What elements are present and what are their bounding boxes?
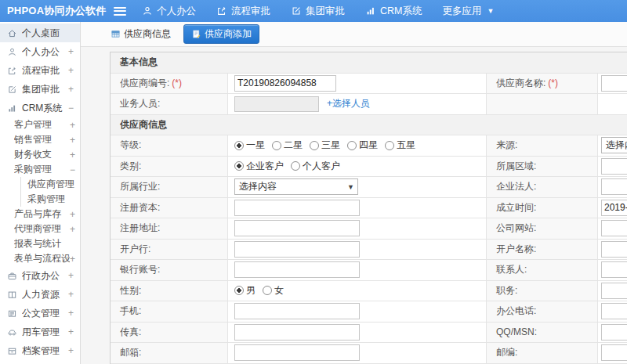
sidebar-item-label: 供应商管理 xyxy=(27,178,75,191)
expand-toggle[interactable]: + xyxy=(70,254,75,265)
bank-input[interactable] xyxy=(234,241,360,258)
gender-option[interactable]: 女 xyxy=(263,284,284,297)
gender-radio-group: 男 女 xyxy=(228,281,487,301)
region-input[interactable] xyxy=(601,158,627,175)
sidebar-item-admin-office[interactable]: 行政办公 + xyxy=(0,266,80,285)
expand-toggle[interactable]: − xyxy=(68,103,74,114)
mobile-input[interactable] xyxy=(234,303,360,319)
position-input[interactable] xyxy=(601,283,627,299)
established-input[interactable] xyxy=(601,200,627,216)
sidebar-item-sales-mgmt[interactable]: 销售管理 + xyxy=(0,132,80,147)
expand-toggle[interactable]: − xyxy=(70,164,75,175)
gender-radio[interactable] xyxy=(263,286,272,295)
bank-account-input[interactable] xyxy=(234,261,360,278)
expand-toggle[interactable]: + xyxy=(68,46,74,57)
form-row-email-zip: 邮箱: 邮编: xyxy=(111,342,627,363)
category-radio[interactable] xyxy=(291,161,300,171)
nav-item-group-approval[interactable]: 集团审批 xyxy=(291,5,345,18)
field-label: 邮箱: xyxy=(111,343,228,363)
capital-input[interactable] xyxy=(234,200,360,216)
nav-item-crm[interactable]: CRM系统 xyxy=(365,5,422,18)
level-option[interactable]: 二星 xyxy=(272,139,303,152)
nav-item-personal-office[interactable]: 个人办公 xyxy=(142,5,196,18)
fax-input[interactable] xyxy=(234,324,360,341)
website-input[interactable] xyxy=(601,220,627,236)
level-option[interactable]: 四星 xyxy=(347,139,378,152)
sidebar-item-reports[interactable]: 报表与统计 xyxy=(0,236,80,251)
sidebar-item-workflow-approval[interactable]: 流程审批 + xyxy=(0,61,80,80)
sidebar-item-label: 用车管理 xyxy=(22,326,68,339)
sidebar-item-archives[interactable]: 档案管理 + xyxy=(0,341,80,360)
office-phone-input[interactable] xyxy=(601,303,627,319)
email-input[interactable] xyxy=(234,344,360,361)
sidebar-item-label: 代理商管理 xyxy=(14,222,70,236)
sidebar-item-personal-desktop[interactable]: 个人桌面 xyxy=(0,23,80,42)
expand-toggle[interactable]: + xyxy=(68,345,74,356)
account-name-input[interactable] xyxy=(601,241,627,258)
sidebar-item-customer-mgmt[interactable]: 客户管理 + xyxy=(0,117,80,132)
expand-toggle[interactable]: + xyxy=(70,135,75,146)
expand-toggle[interactable]: + xyxy=(68,289,74,300)
legal-person-input[interactable] xyxy=(601,178,627,195)
level-option[interactable]: 五星 xyxy=(385,139,415,152)
level-option[interactable]: 一星 xyxy=(234,139,265,152)
level-radio[interactable] xyxy=(385,141,394,150)
sidebar-item-personal-office[interactable]: 个人办公 + xyxy=(0,42,80,61)
contact-input[interactable] xyxy=(601,261,627,278)
sidebar-item-purchasing[interactable]: 采购管理 xyxy=(21,192,80,207)
supplier-name-input[interactable] xyxy=(601,75,627,92)
sidebar-item-label: 个人桌面 xyxy=(22,27,74,40)
reg-address-input[interactable] xyxy=(234,220,360,236)
tab-supplier-info[interactable]: 供应商信息 xyxy=(104,25,177,43)
nav-item-more-apps[interactable]: 更多应用 ▼ xyxy=(442,5,494,18)
level-radio[interactable] xyxy=(234,141,244,150)
choose-staff-link[interactable]: +选择人员 xyxy=(327,97,370,110)
category-option[interactable]: 个人客户 xyxy=(291,160,340,173)
nav-item-workflow-approval[interactable]: 流程审批 xyxy=(216,5,270,18)
source-select[interactable]: 选择内容▼ xyxy=(601,137,627,153)
sidebar-item-label: 人力资源 xyxy=(22,288,68,301)
level-radio[interactable] xyxy=(272,141,281,150)
expand-toggle[interactable]: + xyxy=(68,65,74,76)
industry-select[interactable]: 选择内容▼ xyxy=(234,178,358,195)
supplier-no-input[interactable] xyxy=(234,75,336,92)
field-label: 传真: xyxy=(111,323,228,343)
expand-toggle[interactable]: + xyxy=(70,209,75,220)
zip-input[interactable] xyxy=(601,344,627,361)
sidebar-item-crm[interactable]: CRM系统 − xyxy=(0,99,80,117)
briefcase-icon xyxy=(7,271,17,281)
expand-toggle[interactable]: + xyxy=(70,224,75,235)
tab-label: 供应商信息 xyxy=(124,27,171,41)
qq-msn-input[interactable] xyxy=(601,324,627,341)
level-radio[interactable] xyxy=(347,141,357,150)
sidebar-item-form-flow-settings[interactable]: 表单与流程设置 + xyxy=(0,251,80,266)
expand-toggle[interactable]: + xyxy=(70,120,75,131)
sidebar-item-agent-mgmt[interactable]: 代理商管理 + xyxy=(0,222,80,236)
nav-item-label: 更多应用 xyxy=(442,5,481,18)
flow-icon xyxy=(7,66,17,76)
sidebar-item-finance[interactable]: 财务收支 + xyxy=(0,147,80,162)
sidebar-item-vehicle[interactable]: 用车管理 + xyxy=(0,323,80,341)
sidebar-item-supplier-mgmt[interactable]: 供应商管理 xyxy=(21,177,80,192)
category-radio[interactable] xyxy=(234,161,244,171)
expand-toggle[interactable]: + xyxy=(68,84,74,95)
expand-toggle[interactable]: + xyxy=(70,150,75,160)
staff-input[interactable] xyxy=(234,96,319,112)
gender-option[interactable]: 男 xyxy=(234,284,256,297)
gender-radio[interactable] xyxy=(234,286,244,295)
expand-toggle[interactable]: + xyxy=(68,270,74,281)
category-option[interactable]: 企业客户 xyxy=(234,160,284,173)
menu-toggle-icon[interactable] xyxy=(114,7,126,16)
sidebar-item-group-approval[interactable]: 集团审批 + xyxy=(0,80,80,99)
level-radio[interactable] xyxy=(310,141,319,150)
tab-supplier-add[interactable]: 供应商添加 xyxy=(183,24,259,44)
sidebar-item-official-doc[interactable]: 公文管理 + xyxy=(0,304,80,323)
level-option[interactable]: 三星 xyxy=(310,139,340,152)
sidebar-item-product-inventory[interactable]: 产品与库存 + xyxy=(0,207,80,222)
expand-toggle[interactable]: + xyxy=(68,308,74,319)
sidebar: 个人桌面 个人办公 + 流程审批 + 集团审批 + CRM系统 − 客户管理 +… xyxy=(0,22,81,364)
sidebar-item-hr[interactable]: 人力资源 + xyxy=(0,285,80,304)
form-row-supplier-no: 供应商编号:(*) 供应商名称:(*) xyxy=(111,73,627,94)
sidebar-item-purchase-mgmt[interactable]: 采购管理 − xyxy=(0,162,80,177)
expand-toggle[interactable]: + xyxy=(68,326,74,337)
